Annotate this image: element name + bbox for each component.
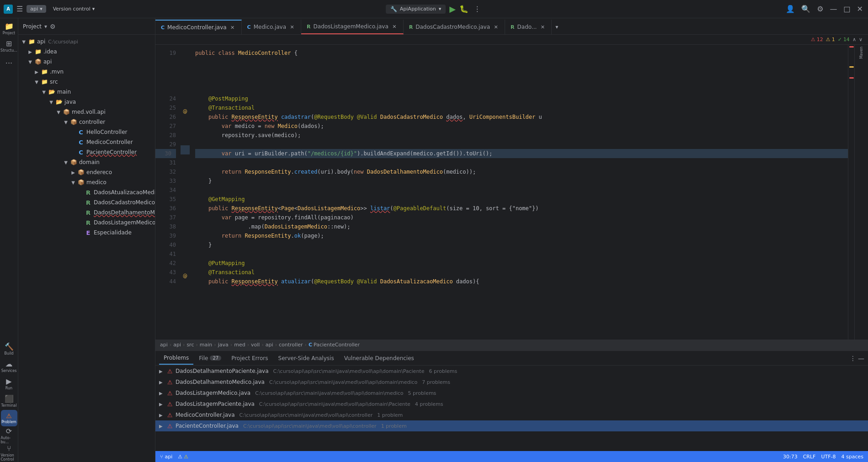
tree-item-mvn[interactable]: ▶ 📁 .mvn [18,67,155,77]
sidebar-item-terminal[interactable]: ⬛ Terminal [1,393,17,409]
bottom-panel-minimize[interactable]: — [858,355,864,362]
folder-open-icon: 📂 [48,89,56,95]
vcs-badge[interactable]: Version control ▾ [50,5,98,13]
expand-arrow[interactable]: ▶ [159,402,165,407]
problem-row[interactable]: ▶ ⚠ DadosListagemMedico.java C:\curso\ap… [155,388,868,398]
tree-item-especialidade[interactable]: E Especialidade [18,228,155,238]
status-warning-icon[interactable]: ⚠ ⚠ [178,454,188,460]
sidebar-item-structure[interactable]: ⊞ Structu... [1,37,17,54]
tree-item-main[interactable]: ▼ 📂 main [18,87,155,97]
settings-icon[interactable]: ⚙ [815,3,825,15]
tab-close-button[interactable]: ✕ [539,24,546,30]
tree-item-package-root[interactable]: ▼ 📦 med.voll.api [18,107,155,117]
tab-dados-listagem[interactable]: R DadosListagemMedico.java ✕ [301,20,404,34]
tree-item-domain-pkg[interactable]: ▼ 📦 domain [18,157,155,167]
problem-file-label: DadosListagemPaciente.java [176,401,255,407]
bottom-tab-vulnerable[interactable]: Vulnerable Dependencies [340,352,419,365]
sidebar-item-more[interactable]: ··· [1,55,17,71]
tree-label: Especialidade [94,229,132,236]
run-button[interactable]: ▶ [449,4,456,14]
tree-item-idea[interactable]: ▶ 📁 .idea [18,47,155,57]
vcs-dropdown-icon: ▾ [92,6,95,12]
problem-row[interactable]: ▶ ⚠ MedicoController.java C:\curso\api\a… [155,409,868,420]
sidebar-item-run[interactable]: ▶ Run [1,375,17,392]
project-icon: 📁 [5,22,14,31]
tab-close-button[interactable]: ✕ [493,24,499,30]
run-config[interactable]: 🔧 ApiApplication ▾ [386,5,446,14]
expand-arrow[interactable]: ▶ [159,424,165,429]
error-icon: ⚠ [167,368,173,375]
tab-close-button[interactable]: ✕ [229,24,236,31]
tree-item-controller-pkg[interactable]: ▼ 📦 controller [18,117,155,127]
expand-arrow[interactable]: ▶ [159,391,165,396]
status-indent[interactable]: 4 spaces [841,454,864,460]
bc-api2: api [173,342,181,348]
tree-item-medico-pkg[interactable]: ▼ 📦 medico [18,177,155,187]
status-encoding[interactable]: UTF-8 [821,454,836,460]
tree-item-dados-listagem[interactable]: R DadosListagemMedico [18,218,155,228]
problem-row[interactable]: ▶ ⚠ DadosDetalhamentoMedico.java C:\curs… [155,377,868,388]
problem-path: C:\curso\api\api\src\main\java\med\voll\… [243,423,377,429]
tree-item-java[interactable]: ▼ 📂 java [18,97,155,107]
tree-item-dados-cadastro[interactable]: R DadosCadastroMedico [18,197,155,207]
folder-icon: 📁 [34,48,42,55]
problem-row[interactable]: ▶ ⚠ DadosDetalhamentoPaciente.java C:\cu… [155,366,868,377]
sidebar-item-project[interactable]: 📁 Project [1,20,17,37]
bottom-tab-file[interactable]: File 27 [194,352,226,365]
tab-more-button[interactable]: ▾ [552,20,562,34]
project-badge[interactable]: api ▾ [27,5,46,13]
expand-arrow[interactable]: ▶ [159,380,165,385]
tree-item-endereco-pkg[interactable]: ▶ 📦 endereco [18,167,155,177]
tree-item-dados-atualizacao[interactable]: R DadosAtualizacaoMedico [18,187,155,197]
error-nav-up[interactable]: ∧ [852,37,856,42]
problem-file-label: PacienteController.java [176,423,239,429]
sidebar-item-build[interactable]: 🔨 Build [1,340,17,357]
bottom-panel-more[interactable]: ⋮ [850,355,856,362]
tree-item-src[interactable]: ▼ 📁 src [18,77,155,87]
tab-dados-cadastro[interactable]: R DadosCadastroMedico.java ✕ [404,20,505,34]
tree-item-dados-detalhamento[interactable]: R DadosDetalhamentoMedico [18,207,155,218]
maven-label[interactable]: Maven [859,47,863,59]
status-line-ending[interactable]: CRLF [803,454,816,460]
tab-dado[interactable]: R Dado... ✕ [505,20,552,34]
sidebar-item-services[interactable]: ☁ Services [1,358,17,374]
editor-scrollbar[interactable] [848,45,854,340]
status-position[interactable]: 30:73 [783,454,798,460]
maximize-button[interactable]: □ [842,3,852,15]
debug-button[interactable]: 🐛 [459,5,469,13]
tree-item-hello-controller[interactable]: C HelloController [18,127,155,137]
status-vcs[interactable]: ⑂ api [160,454,172,460]
bottom-tab-project-errors[interactable]: Project Errors [227,352,272,365]
bottom-tab-problems[interactable]: Problems [159,352,193,365]
tab-project-errors-label: Project Errors [231,355,268,361]
tree-item-api-root[interactable]: ▼ 📁 api C:\curso\api [18,37,155,47]
more-run-options[interactable]: ⋮ [472,3,482,15]
hamburger-icon[interactable]: ☰ [16,5,23,13]
scroll-marker-error2 [849,77,854,79]
tree-item-medico-controller[interactable]: C MedicoController [18,137,155,147]
close-button[interactable]: ✕ [856,3,864,15]
tree-arrow: ▶ [69,170,77,175]
problem-row-selected[interactable]: ▶ ⚠ PacienteController.java C:\curso\api… [155,420,868,431]
problem-row[interactable]: ▶ ⚠ DadosListagemPaciente.java C:\curso\… [155,398,868,409]
sidebar-item-vcs[interactable]: ⑂ Version Control [1,445,17,461]
panel-gear-icon[interactable]: ⚙ [50,23,56,30]
profile-icon[interactable]: 👤 [784,3,796,15]
tab-medico[interactable]: C Medico.java ✕ [242,20,301,34]
sidebar-item-problem[interactable]: ⚠ Problem [1,410,17,426]
tab-close-button[interactable]: ✕ [289,24,295,30]
minimize-button[interactable]: — [828,3,838,15]
code-area[interactable]: public class MedicoController { @PostMap… [190,45,848,340]
expand-arrow[interactable]: ▶ [159,413,165,418]
scroll-marker-warning [849,66,854,68]
search-icon[interactable]: 🔍 [800,3,812,15]
bottom-tab-server-analysis[interactable]: Server-Side Analysis [274,352,339,365]
tab-close-button[interactable]: ✕ [391,23,398,30]
expand-arrow[interactable]: ▶ [159,369,165,374]
bc-java: java [218,342,229,348]
tree-item-paciente-controller[interactable]: C PacienteController [18,147,155,157]
sidebar-item-autobuild[interactable]: ⟳ Auto-bu... [1,427,17,444]
tree-item-api-module[interactable]: ▼ 📦 api [18,57,155,67]
error-nav-down[interactable]: ∨ [859,37,863,42]
tab-medico-controller[interactable]: C MedicoController.java ✕ [155,20,242,34]
